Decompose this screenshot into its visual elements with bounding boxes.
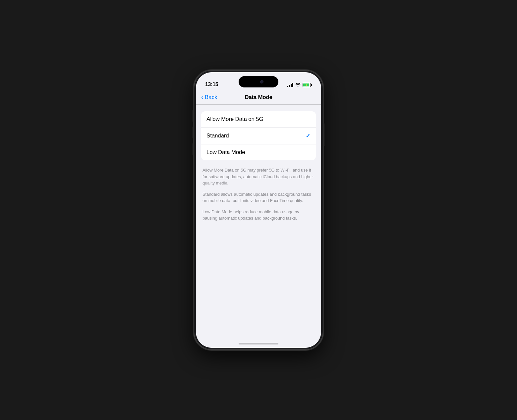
back-label: Back — [205, 94, 217, 101]
description-allow-more-data: Allow More Data on 5G may prefer 5G to W… — [202, 167, 315, 186]
wifi-icon — [295, 82, 301, 87]
status-icons: ⚡ — [287, 82, 312, 87]
option-low-data-mode-label: Low Data Mode — [206, 149, 245, 156]
options-card: Allow More Data on 5G Standard ✓ Low Dat… — [201, 111, 316, 160]
dynamic-island — [239, 76, 278, 87]
description-standard: Standard allows automatic updates and ba… — [202, 191, 315, 204]
signal-bar-3 — [291, 84, 292, 87]
phone-screen: 13:15 — [196, 72, 321, 348]
option-allow-more-data-label: Allow More Data on 5G — [206, 116, 263, 123]
nav-bar: ‹ Back Data Mode — [196, 90, 321, 105]
checkmark-icon: ✓ — [306, 132, 311, 139]
page-title: Data Mode — [245, 94, 272, 101]
back-button[interactable]: ‹ Back — [201, 94, 217, 101]
option-standard-label: Standard — [206, 132, 229, 139]
option-allow-more-data[interactable]: Allow More Data on 5G — [201, 111, 316, 128]
option-low-data-mode[interactable]: Low Data Mode — [201, 144, 316, 160]
signal-bar-1 — [287, 86, 288, 87]
option-standard[interactable]: Standard ✓ — [201, 128, 316, 144]
description-area: Allow More Data on 5G may prefer 5G to W… — [201, 164, 316, 224]
signal-bar-2 — [289, 85, 290, 87]
signal-bars-icon — [287, 83, 293, 87]
description-low-data-mode: Low Data Mode helps reduce mobile data u… — [202, 209, 315, 222]
phone-frame: 13:15 — [194, 70, 323, 350]
content-area: Allow More Data on 5G Standard ✓ Low Dat… — [196, 105, 321, 348]
back-chevron-icon: ‹ — [201, 94, 203, 100]
home-indicator — [239, 343, 278, 344]
signal-bar-4 — [292, 83, 293, 87]
battery-icon: ⚡ — [303, 83, 312, 87]
camera-dot — [260, 80, 263, 83]
status-time: 13:15 — [205, 81, 218, 87]
